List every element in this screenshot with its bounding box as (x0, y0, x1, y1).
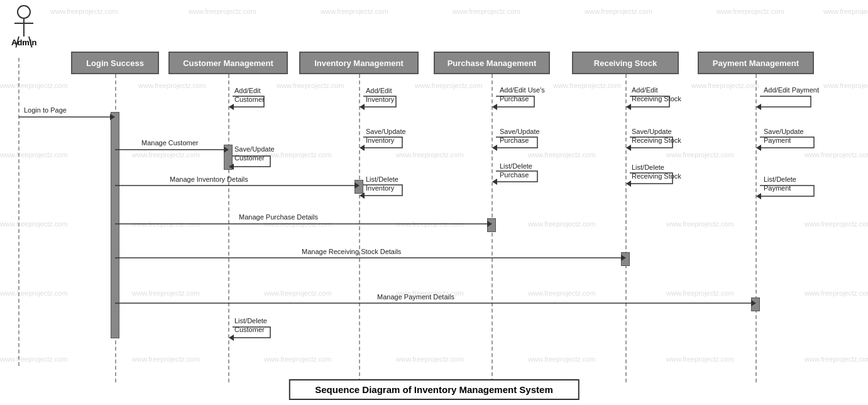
activation-login (111, 112, 119, 338)
svg-marker-9 (360, 104, 365, 110)
watermark: www.freeprojectz.com (528, 355, 596, 363)
label-save-update-receiving: Save/UpdateReceiving Stock (632, 127, 681, 145)
watermark: www.freeprojectz.com (666, 289, 734, 297)
svg-marker-4 (229, 104, 234, 110)
lifeline-customer-line (228, 74, 229, 382)
watermark: www.freeprojectz.com (396, 355, 464, 363)
lifeline-inventory: Inventory Management (299, 52, 419, 74)
watermark: www.freeprojectz.com (805, 151, 868, 158)
svg-marker-20 (626, 145, 631, 151)
lifeline-payment: Payment Management (698, 52, 814, 74)
svg-marker-6 (229, 335, 234, 341)
watermark: www.freeprojectz.com (415, 82, 483, 89)
watermark: www.freeprojectz.com (138, 82, 206, 89)
label-manage-purchase: Manage Purchase Details (239, 213, 318, 221)
actor-head (17, 5, 31, 19)
svg-marker-14 (492, 104, 497, 110)
label-login-to-page: Login to Page (24, 106, 67, 114)
watermark: www.freeprojectz.com (0, 151, 68, 158)
lifeline-purchase: Purchase Management (434, 52, 550, 74)
label-manage-inventory: Manage Inventory Details (170, 175, 248, 184)
label-list-delete-inventory: List/DeleteInventory (366, 175, 398, 193)
watermark: www.freeprojectz.com (321, 8, 388, 15)
activation-customer (224, 145, 233, 170)
label-manage-customer: Manage Customer (141, 138, 199, 147)
actor-admin: Admin (11, 5, 36, 47)
lifeline-inventory-line (359, 74, 360, 382)
watermark: www.freeprojectz.com (666, 151, 734, 158)
watermark: www.freeprojectz.com (823, 82, 868, 89)
watermark: www.freeprojectz.com (823, 8, 868, 15)
label-manage-payment: Manage Payment Details (377, 292, 454, 301)
lifeline-receiving-line (625, 74, 627, 382)
watermark: www.freeprojectz.com (132, 289, 200, 297)
watermark: www.freeprojectz.com (396, 151, 464, 158)
watermark: www.freeprojectz.com (0, 220, 68, 228)
label-add-edit-receiving: Add/EditReceiving Stock (632, 86, 681, 104)
diagram-area: www.freeprojectz.com www.freeprojectz.co… (0, 0, 868, 405)
watermark: www.freeprojectz.com (805, 355, 868, 363)
actor-lifeline (18, 58, 19, 366)
watermark: www.freeprojectz.com (0, 355, 68, 363)
watermark: www.freeprojectz.com (528, 289, 596, 297)
svg-marker-24 (756, 104, 761, 110)
activation-payment (751, 297, 760, 311)
lifeline-login: Login Success (71, 52, 159, 74)
label-list-delete-receiving: List/DeleteReceiving Stock (632, 163, 681, 181)
actor-arms (14, 23, 33, 24)
watermark: www.freeprojectz.com (50, 8, 118, 15)
label-save-update-payment: Save/UpdatePayment (764, 127, 804, 145)
diagram-title: Sequence Diagram of Inventory Management… (288, 379, 579, 400)
label-add-edit-inventory: Add/EditInventory (366, 86, 394, 104)
activation-inventory (354, 180, 363, 194)
watermark: www.freeprojectz.com (189, 8, 256, 15)
watermark: www.freeprojectz.com (805, 289, 868, 297)
watermark: www.freeprojectz.com (666, 220, 734, 228)
watermark: www.freeprojectz.com (0, 82, 68, 89)
svg-marker-19 (626, 104, 631, 110)
watermark: www.freeprojectz.com (666, 355, 734, 363)
watermark: www.freeprojectz.com (264, 355, 332, 363)
actor-body (23, 19, 25, 36)
svg-marker-15 (492, 145, 497, 151)
watermark: www.freeprojectz.com (691, 82, 759, 89)
watermark: www.freeprojectz.com (264, 289, 332, 297)
watermark: www.freeprojectz.com (132, 355, 200, 363)
svg-marker-25 (756, 145, 761, 151)
lifeline-customer: Customer Management (168, 52, 288, 74)
label-add-edit-customer: Add/EditCustomer (234, 86, 265, 104)
label-list-delete-customer: List/DeleteCustomer (234, 316, 267, 335)
label-save-update-purchase: Save/UpdatePurchase (500, 127, 540, 145)
watermark: www.freeprojectz.com (132, 220, 200, 228)
activation-purchase (487, 218, 496, 232)
label-add-edit-purchase: Add/Edit Use'sPurchase (500, 86, 545, 104)
watermark: www.freeprojectz.com (717, 8, 784, 15)
label-save-update-inventory: Save/UpdateInventory (366, 127, 406, 145)
label-list-delete-purchase: List/DeletePurchase (500, 162, 532, 180)
lifeline-receiving: Receiving Stock (572, 52, 679, 74)
watermark: www.freeprojectz.com (585, 8, 652, 15)
watermark: www.freeprojectz.com (132, 151, 200, 158)
label-manage-receiving: Manage Receiving Stock Details (302, 247, 401, 256)
svg-marker-10 (360, 145, 365, 151)
svg-marker-26 (756, 193, 761, 199)
watermark: www.freeprojectz.com (553, 82, 621, 89)
watermark: www.freeprojectz.com (396, 220, 464, 228)
lifeline-payment-line (755, 74, 757, 382)
watermark: www.freeprojectz.com (0, 289, 68, 297)
svg-marker-21 (626, 180, 631, 187)
activation-receiving (621, 252, 630, 266)
watermark: www.freeprojectz.com (453, 8, 520, 15)
label-list-delete-payment: List/DeletePayment (764, 175, 796, 193)
label-save-update-customer: Save/UpdateCustomer (234, 145, 275, 163)
label-add-edit-payment: Add/Edit Payment (764, 86, 819, 94)
watermark: www.freeprojectz.com (277, 82, 344, 89)
watermark: www.freeprojectz.com (805, 220, 868, 228)
watermark: www.freeprojectz.com (528, 220, 596, 228)
watermark: www.freeprojectz.com (528, 151, 596, 158)
svg-marker-16 (492, 179, 497, 185)
